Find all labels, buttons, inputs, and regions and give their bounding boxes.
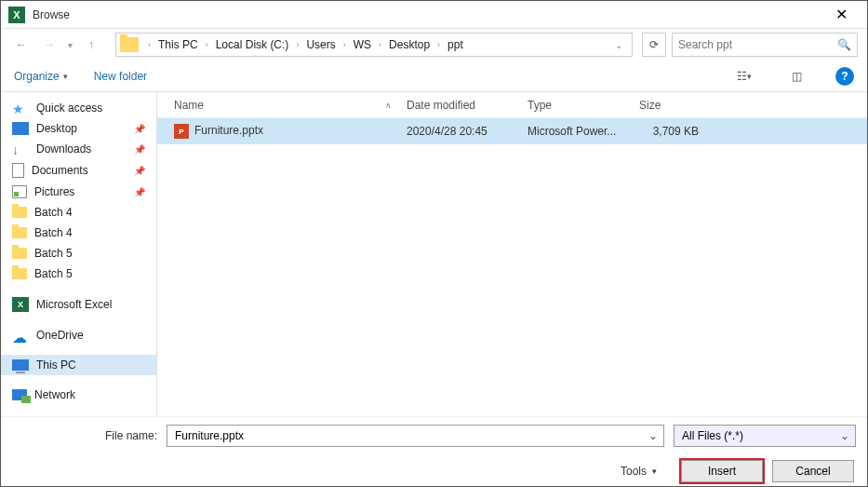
sidebar-item-label: Network — [34, 388, 75, 401]
view-options-button[interactable]: ☷ ▾ — [731, 65, 757, 88]
breadcrumb-item[interactable]: Desktop — [387, 36, 432, 53]
up-button[interactable]: ↑ — [80, 34, 102, 56]
col-name[interactable]: Name∧ — [167, 99, 399, 112]
chevron-right-icon: › — [375, 40, 385, 49]
insert-button[interactable]: Insert — [681, 460, 763, 482]
col-date[interactable]: Date modified — [399, 99, 520, 112]
sidebar-item-quick-access[interactable]: Quick access — [1, 98, 156, 118]
sidebar-item-downloads[interactable]: Downloads📌 — [1, 139, 156, 159]
breadcrumb-item[interactable]: This PC — [156, 36, 200, 53]
down-icon — [12, 142, 29, 156]
search-input[interactable] — [678, 38, 837, 51]
file-type-cell: Microsoft Power... — [520, 125, 632, 138]
history-dropdown[interactable]: ▾ — [68, 40, 73, 50]
desktop-icon — [12, 122, 29, 135]
sidebar-item-label: Desktop — [36, 122, 77, 135]
bottom-panel: File name: ⌄ All Files (*.*) ⌄ Tools ▾ I… — [1, 416, 867, 487]
doc-icon — [12, 163, 24, 178]
filetype-dropdown[interactable]: All Files (*.*) ⌄ — [674, 425, 856, 447]
sidebar-item-desktop[interactable]: Desktop📌 — [1, 118, 156, 139]
search-icon: 🔍 — [837, 38, 851, 51]
breadcrumb-item[interactable]: ppt — [446, 36, 465, 53]
new-folder-button[interactable]: New folder — [94, 70, 147, 83]
sidebar-item-label: Batch 5 — [34, 247, 73, 260]
folder-icon — [12, 227, 27, 238]
folder-icon — [12, 268, 27, 279]
star-icon — [12, 101, 29, 115]
breadcrumb[interactable]: › This PC › Local Disk (C:) › Users › WS… — [115, 33, 633, 57]
pin-icon: 📌 — [134, 144, 145, 155]
nav-row: ← → ▾ ↑ › This PC › Local Disk (C:) › Us… — [1, 29, 867, 61]
file-list: Name∧ Date modified Type Size PFurniture… — [157, 92, 867, 416]
cancel-button[interactable]: Cancel — [772, 460, 854, 482]
sidebar-item-this-pc[interactable]: This PC — [1, 355, 156, 375]
excel-icon: X — [12, 297, 29, 312]
sidebar-item-label: Batch 4 — [34, 206, 73, 219]
pin-icon: 📌 — [134, 166, 145, 176]
filename-combobox[interactable]: ⌄ — [167, 425, 664, 447]
sidebar: Quick accessDesktop📌Downloads📌Documents📌… — [1, 92, 157, 416]
pc-icon — [12, 359, 29, 371]
net-icon — [12, 389, 27, 400]
sidebar-item-label: This PC — [36, 358, 76, 372]
close-button[interactable]: ✕ — [822, 6, 860, 23]
organize-menu[interactable]: Organize ▾ — [14, 70, 68, 83]
filename-input[interactable] — [175, 429, 648, 442]
chevron-down-icon[interactable]: ⌄ — [648, 429, 658, 442]
titlebar: X Browse ✕ — [1, 1, 867, 29]
back-button[interactable]: ← — [10, 34, 33, 56]
sidebar-item-label: Pictures — [34, 185, 74, 198]
pin-icon: 📌 — [134, 124, 145, 134]
col-type[interactable]: Type — [520, 99, 632, 112]
sidebar-item-label: Batch 4 — [34, 226, 73, 239]
chevron-right-icon: › — [434, 40, 444, 49]
excel-app-icon: X — [8, 7, 25, 23]
sidebar-item-batch-4[interactable]: Batch 4 — [1, 202, 156, 223]
search-box[interactable]: 🔍 — [672, 33, 858, 57]
chevron-right-icon: › — [292, 40, 302, 49]
sidebar-item-batch-4[interactable]: Batch 4 — [1, 223, 156, 243]
sidebar-item-network[interactable]: Network — [1, 385, 156, 405]
pin-icon: 📌 — [134, 187, 145, 197]
help-button[interactable]: ? — [835, 67, 854, 86]
tools-menu[interactable]: Tools ▾ — [621, 465, 657, 478]
chevron-right-icon: › — [144, 40, 154, 49]
sidebar-item-onedrive[interactable]: OneDrive — [1, 325, 156, 345]
file-name-cell: PFurniture.pptx — [167, 124, 399, 140]
powerpoint-icon: P — [174, 124, 189, 139]
breadcrumb-item[interactable]: Users — [304, 36, 337, 53]
sidebar-item-batch-5[interactable]: Batch 5 — [1, 243, 156, 264]
odrive-icon — [12, 329, 29, 342]
col-size[interactable]: Size — [632, 99, 706, 112]
main-area: Quick accessDesktop📌Downloads📌Documents📌… — [1, 92, 867, 416]
sidebar-item-label: OneDrive — [36, 329, 84, 342]
filename-label: File name: — [94, 429, 157, 442]
sidebar-item-documents[interactable]: Documents📌 — [1, 159, 156, 182]
breadcrumb-dropdown[interactable]: ⌄ — [609, 40, 628, 50]
preview-pane-button[interactable]: ◫ — [783, 65, 809, 88]
file-row[interactable]: PFurniture.pptx2020/4/28 20:45Microsoft … — [157, 118, 867, 144]
window-title: Browse — [33, 8, 822, 21]
pic-icon — [12, 185, 27, 198]
refresh-button[interactable]: ⟳ — [642, 33, 666, 57]
sidebar-item-batch-5[interactable]: Batch 5 — [1, 264, 156, 284]
chevron-right-icon: › — [340, 40, 350, 49]
file-date-cell: 2020/4/28 20:45 — [399, 125, 520, 138]
sidebar-item-label: Batch 5 — [34, 267, 73, 280]
sidebar-item-label: Quick access — [36, 101, 102, 115]
folder-icon — [12, 248, 27, 259]
sidebar-item-microsoft-excel[interactable]: XMicrosoft Excel — [1, 293, 156, 316]
column-headers: Name∧ Date modified Type Size — [157, 92, 867, 118]
sidebar-item-label: Documents — [32, 164, 88, 177]
chevron-right-icon: › — [202, 40, 212, 49]
sidebar-item-pictures[interactable]: Pictures📌 — [1, 182, 156, 202]
forward-button[interactable]: → — [38, 34, 60, 56]
breadcrumb-item[interactable]: WS — [352, 36, 373, 53]
breadcrumb-item[interactable]: Local Disk (C:) — [214, 36, 291, 53]
sort-asc-icon: ∧ — [385, 101, 392, 110]
sidebar-item-label: Downloads — [36, 142, 91, 156]
folder-icon — [120, 37, 139, 52]
file-size-cell: 3,709 KB — [632, 125, 706, 138]
toolbar: Organize ▾ New folder ☷ ▾ ◫ ? — [1, 61, 867, 92]
filetype-label: All Files (*.*) — [682, 429, 743, 442]
